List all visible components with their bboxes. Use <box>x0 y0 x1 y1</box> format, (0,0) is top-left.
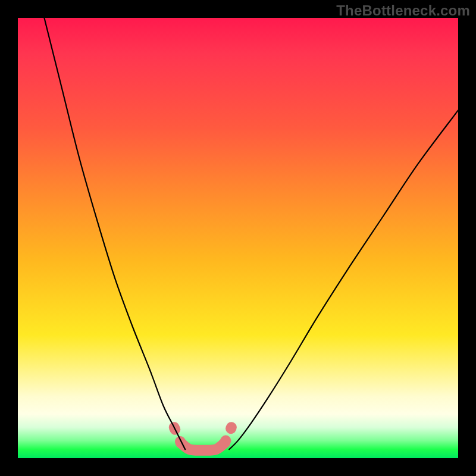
plot-area <box>18 18 458 458</box>
curves-svg <box>18 18 458 458</box>
chart-frame: TheBottleneck.com <box>0 0 476 476</box>
trough-dash-right <box>225 427 231 443</box>
trough-highlight <box>181 443 225 450</box>
right-curve <box>229 110 458 449</box>
watermark-text: TheBottleneck.com <box>6 2 470 19</box>
left-curve <box>44 18 185 449</box>
